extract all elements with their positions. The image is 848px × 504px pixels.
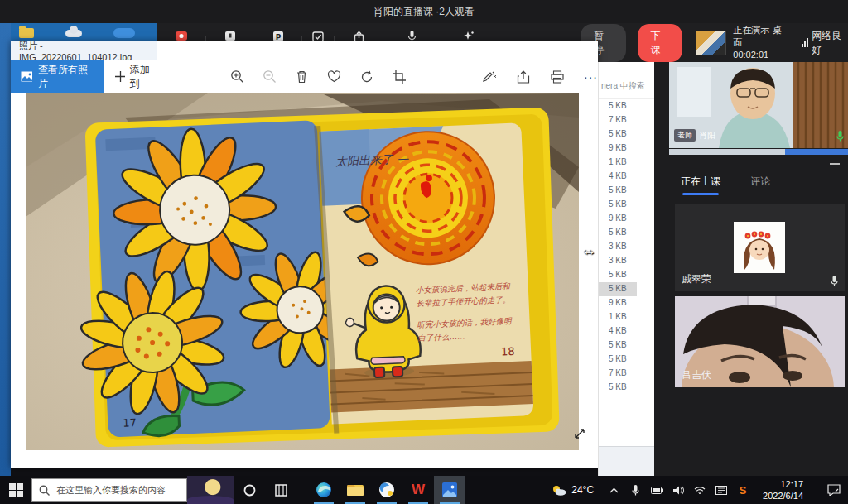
tray-ime-icon[interactable]: [715, 486, 728, 495]
edge-icon: [316, 482, 332, 498]
live-class-title: 肖阳的直播课 ·2人观看: [373, 5, 475, 19]
teacher-video-tile[interactable]: 老师 肖阳: [669, 62, 848, 148]
share-live-icon: [354, 30, 364, 42]
taskbar-clock[interactable]: 12:17 2022/6/14: [763, 478, 803, 502]
beauty-sparkle-icon: [462, 30, 475, 42]
teacher-name: 肖阳: [699, 130, 716, 142]
file-size-cell[interactable]: 5 KB: [599, 353, 654, 367]
zoom-out-button[interactable]: [263, 70, 277, 84]
tray-battery-icon[interactable]: [650, 487, 663, 494]
end-class-button[interactable]: 下课: [638, 24, 682, 62]
desktop-cloud-icon[interactable]: [65, 30, 82, 37]
taskbar: 在这里输入你要搜索的内容: [0, 476, 848, 504]
print-button[interactable]: [550, 70, 564, 84]
tray-microphone-icon[interactable]: [629, 485, 642, 496]
cortana-button[interactable]: [234, 476, 265, 504]
action-center-button[interactable]: [820, 476, 848, 504]
photos-app-icon: [441, 482, 458, 498]
start-button[interactable]: [0, 476, 31, 504]
crop-button[interactable]: [392, 70, 406, 84]
windows-logo-icon: [9, 483, 23, 497]
video-progress-bar[interactable]: [669, 149, 848, 155]
explorer-file-list: 5 KB7 KB5 KB9 KB1 KB4 KB5 KB5 KB9 KB5 KB…: [599, 98, 654, 395]
file-size-cell[interactable]: 1 KB: [599, 156, 654, 170]
presenting-desktop-thumbnail[interactable]: [696, 31, 726, 55]
qq-taskbar-button[interactable]: [371, 476, 402, 504]
edit-create-button[interactable]: [482, 70, 496, 84]
photo-gallery-icon: [21, 71, 32, 82]
file-size-cell[interactable]: 5 KB: [599, 338, 654, 353]
tray-sogou-icon[interactable]: S: [736, 484, 749, 497]
more-options-button[interactable]: ···: [584, 70, 598, 84]
view-all-photos-button[interactable]: 查看所有照片: [11, 60, 104, 93]
desktop-app-icon[interactable]: [113, 28, 135, 38]
wps-taskbar-button[interactable]: W: [402, 476, 434, 504]
file-size-cell[interactable]: 9 KB: [599, 296, 654, 310]
tray-wifi-icon[interactable]: [693, 486, 706, 494]
panel-collapse-dash[interactable]: [830, 163, 840, 165]
cortana-icon: [243, 484, 256, 497]
participant-tile[interactable]: 戚翠荣: [675, 204, 845, 291]
file-size-cell[interactable]: 5 KB: [599, 184, 654, 198]
file-size-cell[interactable]: 5 KB: [599, 226, 654, 240]
rotate-button[interactable]: [359, 70, 373, 84]
mouse-cursor-resize: ↔: [582, 242, 596, 259]
zoom-in-button[interactable]: [230, 70, 244, 84]
svg-text:P: P: [275, 33, 281, 41]
photos-taskbar-button[interactable]: [434, 476, 465, 504]
file-explorer-sliver: nera 中搜索 5 KB7 KB5 KB9 KB1 KB4 KB5 KB5 K…: [598, 62, 654, 476]
favorite-button[interactable]: [327, 70, 341, 84]
file-size-cell[interactable]: 5 KB: [599, 282, 637, 296]
desktop-folder-icon[interactable]: [19, 28, 34, 38]
task-view-button[interactable]: [265, 476, 296, 504]
file-size-cell[interactable]: 5 KB: [599, 99, 654, 113]
fullscreen-expand-icon[interactable]: [573, 427, 586, 444]
file-size-cell[interactable]: 5 KB: [599, 127, 654, 142]
desktop-edge-strip: [0, 23, 11, 476]
search-placeholder-text: 在这里输入你要搜索的内容: [56, 484, 166, 497]
network-signal-icon: [802, 38, 808, 47]
file-size-cell[interactable]: 3 KB: [599, 240, 654, 254]
tray-speaker-icon[interactable]: [672, 486, 685, 495]
photos-window-title[interactable]: 照片 - IMG_20220601_104012.jpg: [11, 41, 157, 60]
delete-button[interactable]: [295, 70, 309, 84]
photo-content: 17: [11, 93, 598, 450]
file-size-cell[interactable]: 5 KB: [599, 198, 654, 212]
search-icon: [39, 485, 50, 496]
file-size-cell[interactable]: 7 KB: [599, 113, 654, 127]
file-size-cell[interactable]: 4 KB: [599, 324, 654, 338]
search-highlight-artwork[interactable]: [187, 476, 234, 504]
file-size-cell[interactable]: 9 KB: [599, 142, 654, 156]
present-ppt-icon: P: [272, 30, 284, 42]
file-explorer-taskbar-button[interactable]: [340, 476, 371, 504]
taskbar-search-box[interactable]: 在这里输入你要搜索的内容: [31, 478, 187, 502]
clock-time: 12:17: [763, 478, 803, 490]
explorer-search-hint[interactable]: nera 中搜索: [599, 62, 654, 98]
teacher-role-badge: 老师: [674, 129, 696, 142]
network-status-label: 网络良好: [812, 29, 848, 57]
file-size-cell[interactable]: 7 KB: [599, 367, 654, 381]
file-size-cell[interactable]: 4 KB: [599, 170, 654, 184]
tab-in-class[interactable]: 正在上课: [681, 175, 720, 189]
qq-chat-icon: [378, 482, 395, 498]
tray-chevron-up-icon[interactable]: [607, 487, 620, 493]
file-size-cell[interactable]: 9 KB: [599, 212, 654, 226]
participant-name: 吕吉伏: [682, 368, 711, 382]
file-size-cell[interactable]: 3 KB: [599, 254, 654, 268]
panel-tabs: 正在上课 评论: [681, 175, 770, 189]
tab-comments[interactable]: 评论: [750, 175, 770, 189]
edge-taskbar-button[interactable]: [308, 476, 340, 504]
participant-name: 戚翠荣: [682, 272, 711, 286]
live-class-title-bar: 肖阳的直播课 ·2人观看: [0, 0, 848, 23]
meeting-panel: 老师 肖阳 正在上课 评论: [654, 62, 848, 476]
share-button[interactable]: [516, 70, 530, 84]
presenting-label: 正在演示-桌面: [733, 24, 787, 49]
file-size-cell[interactable]: 5 KB: [599, 268, 654, 282]
photo-image: 17: [26, 93, 579, 450]
file-size-cell[interactable]: 5 KB: [599, 381, 654, 395]
participant-mic-icon[interactable]: [831, 276, 838, 286]
participant-video-tile[interactable]: 吕吉伏: [675, 296, 845, 387]
taskbar-weather[interactable]: 24°C: [552, 484, 594, 496]
file-size-cell[interactable]: 1 KB: [599, 310, 654, 324]
add-to-button[interactable]: 添加到: [115, 63, 157, 91]
